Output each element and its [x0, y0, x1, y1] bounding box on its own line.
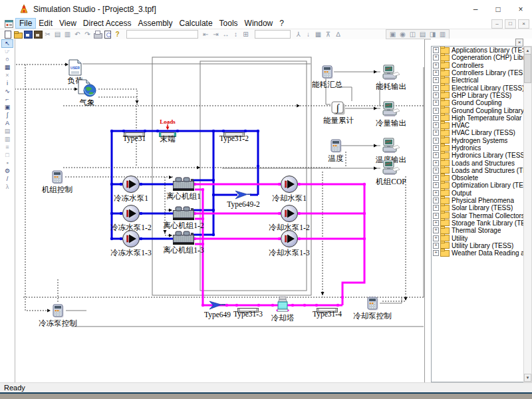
menu-tools[interactable]: Tools: [216, 19, 241, 28]
expand-icon[interactable]: +: [433, 122, 439, 128]
unit-controller[interactable]: 机组控制: [51, 170, 64, 185]
print-preview-icon[interactable]: [102, 30, 112, 39]
mdi-minimize-button[interactable]: –: [491, 19, 503, 29]
color-palette-tool-icon[interactable]: ▦: [2, 64, 13, 71]
print-icon[interactable]: [92, 30, 102, 39]
temperature-output[interactable]: 温度输出: [382, 138, 400, 155]
expand-icon[interactable]: +: [433, 130, 439, 136]
angle-icon[interactable]: ∆: [333, 30, 343, 39]
tree-item-loads-and-structures[interactable]: +Loads and Structures: [432, 159, 524, 166]
tree-item-ground-coupling[interactable]: +Ground Coupling: [432, 99, 524, 106]
expand-icon[interactable]: +: [433, 77, 439, 83]
temperature-calc[interactable]: 温度: [330, 138, 342, 154]
tree-item-solar-thermal-collectors[interactable]: +Solar Thermal Collectors: [432, 212, 524, 219]
expand-icon[interactable]: +: [433, 168, 439, 174]
tree-item-hydronics[interactable]: +Hydronics: [432, 144, 524, 152]
info-tool-icon[interactable]: i: [2, 80, 13, 87]
sort-down-icon[interactable]: ↓: [303, 30, 313, 39]
tree-item-controllers[interactable]: +Controllers: [432, 62, 524, 69]
expand-icon[interactable]: +: [433, 198, 439, 203]
paste-icon[interactable]: ▥: [63, 30, 72, 39]
tree-item-loads-and-structures-tess[interactable]: +Loads and Structures (TESS): [432, 167, 524, 174]
tree-item-utility-library-tess[interactable]: +Utility Library (TESS): [432, 242, 524, 249]
pipe-type31-4[interactable]: Type31-4: [317, 304, 338, 310]
expand-icon[interactable]: +: [433, 235, 439, 241]
tree-item-controllers-library-tess[interactable]: +Controllers Library (TESS): [432, 69, 524, 76]
grid-a-tool-icon[interactable]: ▤: [2, 128, 13, 135]
expand-icon[interactable]: +: [433, 160, 439, 166]
new-icon[interactable]: [3, 30, 13, 39]
expand-icon[interactable]: +: [433, 250, 439, 256]
menu-edit[interactable]: Edit: [35, 19, 56, 28]
mdi-restore-button[interactable]: □: [505, 19, 516, 29]
grid-icon[interactable]: ⊞: [241, 30, 251, 39]
pipe-type31-2[interactable]: Type31-2: [223, 128, 245, 134]
unit-cop-output[interactable]: 机组COP: [382, 160, 400, 177]
cooling-pump-controller[interactable]: 冷却泵控制: [366, 296, 379, 311]
expand-icon[interactable]: +: [433, 115, 439, 121]
menu-calculate[interactable]: Calculate: [176, 19, 216, 28]
cooling-energy-output[interactable]: 冷量输出: [382, 101, 400, 118]
assembly-tree-icon[interactable]: ⅄: [293, 30, 303, 39]
weather-data[interactable]: 气象: [77, 79, 97, 98]
expand-icon[interactable]: +: [433, 92, 439, 98]
tree-item-utility[interactable]: +Utility: [432, 234, 524, 241]
menu-help[interactable]: ?: [276, 19, 287, 28]
centrifugal-chiller-3[interactable]: 离心机组1-3: [172, 231, 195, 245]
redo-icon[interactable]: ↷: [82, 30, 92, 39]
tree-item-optimization-library-tess[interactable]: +Optimization Library (TESS): [432, 182, 524, 189]
cooling-water-pump-1[interactable]: 冷却水泵1: [280, 175, 299, 194]
panel-left-icon[interactable]: ◨: [428, 30, 438, 39]
expand-icon[interactable]: +: [433, 138, 439, 144]
grid-b-tool-icon[interactable]: ▥: [2, 136, 13, 143]
minimize-button[interactable]: –: [464, 0, 487, 19]
maximize-button[interactable]: □: [487, 0, 509, 19]
shrink-vertical-icon[interactable]: ⇥: [211, 30, 221, 39]
open-icon[interactable]: [13, 30, 23, 39]
tree-item-weather-data-reading-and-process[interactable]: +Weather Data Reading and Process: [432, 249, 524, 257]
chilled-pump-controller[interactable]: 冷冻泵控制: [52, 303, 65, 319]
chilled-water-pump-1[interactable]: 冷冻水泵1: [122, 175, 140, 194]
menu-window[interactable]: Window: [241, 19, 277, 28]
centrifugal-chiller-2[interactable]: 离心机组1-2: [172, 206, 195, 221]
mdi-close-button[interactable]: ×: [518, 19, 529, 29]
menu-assembly[interactable]: Assembly: [135, 19, 176, 28]
expand-icon[interactable]: +: [433, 227, 439, 233]
copy-tool-icon[interactable]: ▣: [2, 104, 13, 111]
expand-icon[interactable]: +: [433, 152, 439, 158]
plot-tool-icon[interactable]: ▪: [2, 160, 13, 167]
copy-icon[interactable]: ▤: [53, 30, 63, 39]
draw-line-tool-icon[interactable]: /: [2, 176, 13, 183]
tree-item-solar-library-tess[interactable]: +Solar Library (TESS): [432, 204, 524, 211]
audio-icon[interactable]: ◉: [398, 30, 408, 39]
scroll-down-icon[interactable]: ▼: [524, 374, 531, 382]
energy-summary-calc[interactable]: 能耗汇总: [321, 65, 334, 80]
tree-item-output[interactable]: +Output: [432, 190, 524, 197]
link-tool-icon[interactable]: ∿: [2, 88, 13, 95]
energy-consumption-output[interactable]: 能耗输出: [382, 65, 400, 82]
save-all-icon[interactable]: [33, 30, 43, 39]
menu-file[interactable]: File: [16, 19, 35, 28]
table-icon[interactable]: ▦: [313, 30, 323, 39]
tree-item-obsolete[interactable]: +Obsolete: [432, 174, 524, 182]
tree-item-hvac-library-tess[interactable]: +HVAC Library (TESS): [432, 129, 524, 136]
cooling-tower[interactable]: 冷却塔: [276, 297, 289, 313]
tree-item-electrical[interactable]: +Electrical: [432, 76, 524, 84]
expand-icon[interactable]: +: [433, 85, 439, 91]
print-area-tool-icon[interactable]: □: [2, 152, 13, 159]
expand-icon[interactable]: +: [433, 145, 439, 151]
expand-icon[interactable]: +: [433, 213, 439, 219]
library-scrollbar[interactable]: ▲ ▼: [523, 46, 532, 382]
text-tool-icon[interactable]: A: [2, 120, 13, 127]
probe-tool-icon[interactable]: λ: [2, 184, 13, 191]
tree-item-ghp-library-tess[interactable]: +GHP Library (TESS): [432, 92, 524, 99]
expand-icon[interactable]: +: [433, 182, 439, 188]
frame-icon[interactable]: ▣: [388, 30, 398, 39]
tree-item-thermal-storage[interactable]: +Thermal Storage: [432, 227, 524, 234]
diagram-canvas[interactable]: USER负荷气象Type31末端LoadsType31-2能耗汇总能耗输出∫能量…: [15, 39, 425, 382]
zoom-tool-icon[interactable]: ○: [2, 56, 13, 63]
save-icon[interactable]: [23, 30, 33, 39]
pipe-type31[interactable]: Type31: [124, 128, 145, 134]
centrifugal-chiller-1[interactable]: 离心机组1: [172, 177, 195, 192]
pan-tool-icon[interactable]: ☞: [2, 48, 13, 55]
